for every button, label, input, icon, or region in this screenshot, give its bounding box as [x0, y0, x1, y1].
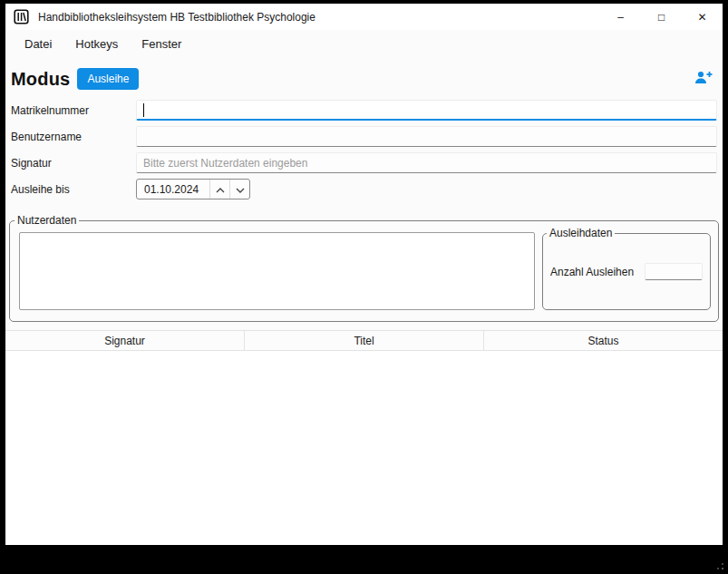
app-window: Handbibliotheksleihsystem HB Testbibliot…	[5, 4, 723, 545]
ausleihdaten-legend: Ausleihdaten	[547, 227, 615, 239]
mode-ausleihe-button[interactable]: Ausleihe	[77, 68, 139, 90]
matrikelnummer-row: Matrikelnummer	[11, 100, 717, 121]
ausleihdaten-group: Ausleihdaten Anzahl Ausleihen	[542, 227, 711, 310]
chevron-up-icon	[216, 182, 225, 196]
date-step-down-button[interactable]	[229, 180, 249, 199]
maximize-button[interactable]: □	[641, 4, 682, 30]
matrikelnummer-field-wrap	[136, 100, 717, 121]
benutzername-label: Benutzername	[11, 131, 136, 143]
signatur-row: Signatur	[11, 152, 717, 173]
loans-table-body[interactable]	[5, 351, 723, 545]
column-header-titel[interactable]: Titel	[245, 331, 484, 350]
benutzername-field-wrap	[136, 126, 717, 147]
mode-label: Modus	[11, 69, 70, 90]
lending-form: Matrikelnummer Benutzername Signatur Aus…	[5, 100, 723, 205]
ausleihe-bis-label: Ausleihe bis	[11, 183, 136, 196]
window-title: Handbibliotheksleihsystem HB Testbibliot…	[38, 11, 315, 24]
close-button[interactable]: ✕	[682, 4, 723, 30]
library-logo-icon	[14, 9, 29, 24]
loans-table-header: Signatur Titel Status	[5, 330, 723, 351]
signatur-input[interactable]	[136, 152, 717, 173]
person-add-icon	[694, 70, 713, 88]
column-header-signatur[interactable]: Signatur	[5, 331, 245, 350]
benutzername-row: Benutzername	[11, 126, 717, 147]
nutzerdaten-body: Ausleihdaten Anzahl Ausleihen	[10, 227, 718, 321]
nutzerdaten-textarea[interactable]	[19, 232, 535, 310]
menu-item-hotkeys[interactable]: Hotkeys	[63, 33, 130, 55]
add-user-button[interactable]	[692, 69, 715, 89]
ausleihe-bis-row: Ausleihe bis 01.10.2024	[11, 179, 717, 199]
anzahl-ausleihen-label: Anzahl Ausleihen	[550, 266, 645, 278]
nutzerdaten-legend: Nutzerdaten	[15, 214, 79, 227]
nutzerdaten-group: Nutzerdaten Ausleihdaten Anzahl Ausleihe…	[9, 214, 719, 322]
menu-item-fenster[interactable]: Fenster	[130, 33, 193, 55]
ausleihe-bis-date-stepper[interactable]: 01.10.2024	[136, 179, 250, 199]
menu-item-datei[interactable]: Datei	[13, 33, 63, 55]
mode-row: Modus Ausleihe	[11, 65, 715, 92]
titlebar[interactable]: Handbibliotheksleihsystem HB Testbibliot…	[5, 4, 723, 30]
ausleihe-bis-value: 01.10.2024	[137, 183, 209, 196]
minimize-button[interactable]: –	[600, 4, 641, 30]
signatur-field-wrap	[136, 152, 717, 173]
matrikelnummer-input[interactable]	[136, 100, 717, 121]
menubar: Datei Hotkeys Fenster	[5, 30, 723, 58]
matrikelnummer-label: Matrikelnummer	[11, 104, 136, 117]
resize-grip[interactable]	[711, 559, 725, 571]
chevron-down-icon	[236, 182, 245, 196]
date-step-up-button[interactable]	[209, 180, 229, 199]
window-controls: – □ ✕	[600, 4, 723, 30]
column-header-status[interactable]: Status	[484, 331, 723, 350]
anzahl-ausleihen-input[interactable]	[645, 263, 703, 280]
text-caret	[143, 103, 144, 117]
benutzername-input[interactable]	[136, 126, 717, 147]
signatur-label: Signatur	[11, 157, 136, 170]
anzahl-ausleihen-row: Anzahl Ausleihen	[543, 239, 710, 280]
